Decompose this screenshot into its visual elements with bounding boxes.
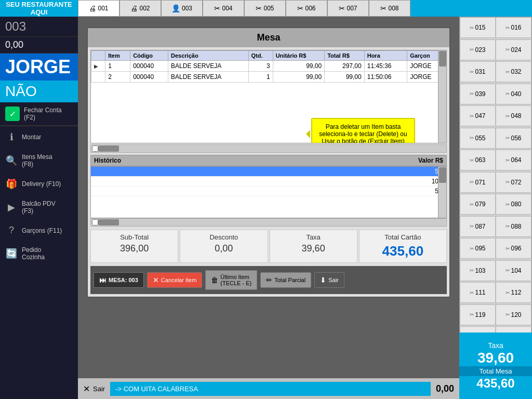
question-icon: ? [5,225,18,236]
table-cell-039[interactable]: ✂039 [460,84,496,104]
subtotal-label: Sub-Total [94,233,175,241]
order-table-scrollbar[interactable] [438,50,446,143]
ultimo-item-button[interactable]: 🗑 Último Item(TECLE - E) [205,270,257,290]
table-cell-119[interactable]: ✂119 [460,304,496,325]
table-cell-080[interactable]: ✂080 [496,194,531,215]
tab-003[interactable]: 👤 003 [161,0,203,17]
table-cell-064[interactable]: ✂064 [496,150,531,170]
table-cell-063[interactable]: ✂063 [460,150,496,170]
order-table-container: Item Código Descrição Qtd. Unitário R$ T… [90,50,447,143]
table-cell-096[interactable]: ✂096 [496,238,531,259]
montar-label: Montar [22,134,41,141]
history-hscroll-checkbox[interactable] [92,219,98,225]
row1-item: 1 [105,61,130,72]
history-scroll-thumb[interactable] [439,167,446,183]
order-hscroll[interactable] [90,144,447,153]
left-sidebar: 003 0,00 JORGE NÃO ✓ Fechar Conta(F2) ℹ … [0,17,78,399]
bottom-sair-area[interactable]: ✕ Sair [78,384,110,394]
balcao-pdv-item[interactable]: ▶ Balcão PDV(F3) [0,195,78,220]
tc-icon-080: ✂ [506,202,510,207]
table-cell-048[interactable]: ✂048 [496,105,531,126]
history-hscroll[interactable] [90,218,447,227]
history-section: Histórico Valor R$ 50, 100, [90,155,447,227]
tab-007[interactable]: ✂ 007 [327,0,369,17]
hscroll-thumb[interactable] [98,145,119,152]
total-parcial-button[interactable]: ✏ Total Parcial [260,272,311,288]
table-cell-056[interactable]: ✂056 [496,128,531,149]
fechar-conta-button[interactable]: ✓ Fechar Conta(F2) [0,102,78,126]
mesa-button[interactable]: ⏭ MESA: 003 [94,272,144,288]
history-hscroll-thumb[interactable] [98,219,119,225]
table-cell-023[interactable]: ✂023 [460,39,496,60]
tc-icon-087: ✂ [470,223,474,229]
table-cell-071[interactable]: ✂071 [460,172,496,193]
total-cartao-value: 435,60 [363,243,443,259]
tc-icon-031: ✂ [470,69,474,75]
itens-mesa-label: Itens Mesa(F8) [22,153,52,168]
row1-unitario: 99,00 [273,61,325,72]
cancelar-item-button[interactable]: ✕ Cancelar Item [147,272,202,288]
table-cell-016[interactable]: ✂016 [496,17,531,38]
table-cell-103[interactable]: ✂103 [460,260,496,281]
tc-icon-079: ✂ [470,202,474,207]
history-scrollbar[interactable] [438,167,446,218]
mesa-button-label: MESA: 003 [109,277,138,283]
tc-icon-063: ✂ [470,157,474,163]
itens-mesa-item[interactable]: 🔍 Itens Mesa(F8) [0,148,78,173]
tc-icon-112: ✂ [506,290,510,296]
table-cell-055[interactable]: ✂055 [460,128,496,149]
row2-item: 2 [105,72,130,83]
taxa-cell: Taxa 39,60 [270,230,357,263]
table-cell-024[interactable]: ✂024 [496,39,531,60]
delivery-label: Delivery (F10) [22,180,61,188]
table-cell-015[interactable]: ✂015 [460,17,496,38]
table-cell-087[interactable]: ✂087 [460,216,496,237]
bottom-sair-label[interactable]: Sair [93,385,105,393]
montar-item[interactable]: ℹ Montar [0,126,78,148]
sair-button[interactable]: ⬇ Sair [314,272,344,288]
history-row[interactable]: 50, [91,187,446,196]
garcons-item[interactable]: ? Garçons (F11) [0,220,78,241]
table-cell-120[interactable]: ✂120 [496,304,531,325]
table-cell-040[interactable]: ✂040 [496,84,531,104]
hscroll-checkbox[interactable] [92,145,98,152]
table-cell-047[interactable]: ✂047 [460,105,496,126]
row2-descricao: BALDE SERVEJA [168,72,248,83]
tab-008[interactable]: ✂ 008 [369,0,410,17]
tab-001[interactable]: 🖨 001 [78,0,119,17]
table-cell-079[interactable]: ✂079 [460,194,496,215]
history-row[interactable]: 100, [91,177,446,187]
scissors-icon-008: ✂ [380,4,387,12]
tab-005[interactable]: ✂ 005 [244,0,286,17]
delivery-item[interactable]: 🎁 Delivery (F10) [0,173,78,195]
scissors-icon-007: ✂ [339,4,345,12]
table-cell-032[interactable]: ✂032 [496,61,531,82]
tc-icon-015: ✂ [470,25,474,31]
table-cell-031[interactable]: ✂031 [460,61,496,82]
table-cell-111[interactable]: ✂111 [460,282,496,303]
pedido-cozinha-item[interactable]: 🔄 PedidoCozinha [0,241,78,266]
table-cell-095[interactable]: ✂095 [460,238,496,259]
tab-004[interactable]: ✂ 004 [203,0,244,17]
tc-icon-103: ✂ [470,268,474,273]
table-cell-104[interactable]: ✂104 [496,260,531,281]
table-cell-088[interactable]: ✂088 [496,216,531,237]
tab-002[interactable]: 🖨 002 [119,0,161,17]
table-row[interactable]: 2 000040 BALDE SERVEJA 1 99,00 99,00 11:… [91,72,446,83]
scroll-thumb[interactable] [439,51,446,66]
gift-icon: 🎁 [5,178,18,190]
hist-row2-historico [91,177,357,187]
table-cell-072[interactable]: ✂072 [496,172,531,193]
taxa-sidebar-value: 39,60 [477,350,514,366]
row2-arrow [91,72,105,83]
tc-icon-024: ✂ [506,47,510,52]
table-cell-112[interactable]: ✂112 [496,282,531,303]
tab-006[interactable]: ✂ 006 [286,0,327,17]
table-row[interactable]: ▶ 1 000040 BALDE SERVEJA 3 99,00 297,00 … [91,61,446,72]
hist-row1-valor: 50, [357,167,446,177]
bottom-close-icon: ✕ [83,384,90,394]
modal-body: Item Código Descrição Qtd. Unitário R$ T… [88,47,449,297]
sidebar-status: NÃO [0,81,78,102]
printer-icon-001: 🖨 [89,4,96,12]
history-row[interactable]: 50, [91,167,446,177]
